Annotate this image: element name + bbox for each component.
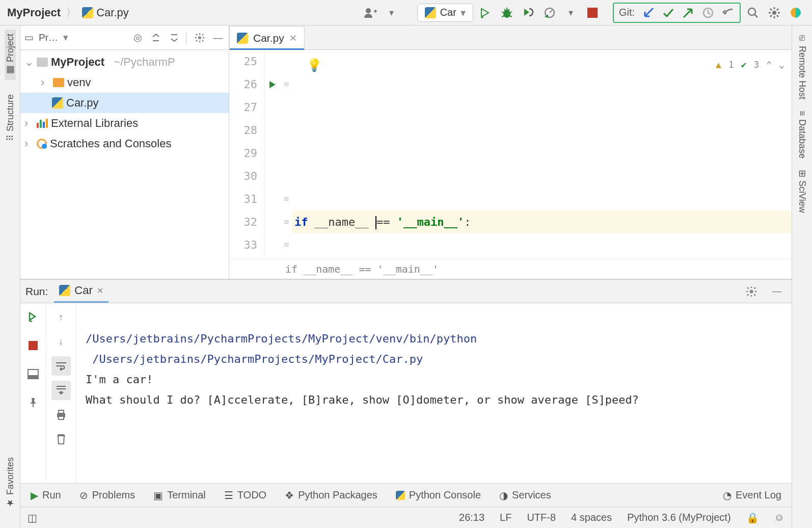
tree-file-car[interactable]: Car.py xyxy=(20,93,229,113)
layout-icon[interactable] xyxy=(23,364,43,384)
python-icon xyxy=(396,491,405,500)
run-button[interactable] xyxy=(476,4,495,22)
gear-icon[interactable] xyxy=(742,282,761,301)
tool-services[interactable]: ◑Services xyxy=(499,489,551,501)
rail-project[interactable]: ▦ Project xyxy=(5,30,16,80)
inspector-icon[interactable]: ☺ xyxy=(774,512,784,523)
run-line-icon[interactable] xyxy=(265,73,280,96)
tool-windows-icon[interactable]: ◫ xyxy=(28,512,37,524)
tool-todo[interactable]: ☰TODO xyxy=(224,489,266,501)
tool-console[interactable]: Python Console xyxy=(396,489,481,501)
chevron-right-icon[interactable]: › xyxy=(41,76,50,89)
soft-wrap-icon[interactable] xyxy=(51,356,71,376)
status-line-sep[interactable]: LF xyxy=(500,512,511,523)
git-update-icon[interactable] xyxy=(643,7,654,18)
tool-todo-label: TODO xyxy=(237,489,266,501)
lock-icon[interactable]: 🔒 xyxy=(746,512,759,524)
intention-bulb-icon[interactable]: 💡 xyxy=(307,54,322,77)
status-encoding[interactable]: UTF-8 xyxy=(527,512,556,523)
tool-run[interactable]: ▶Run xyxy=(31,489,61,501)
tree-venv-label: venv xyxy=(67,76,91,89)
rail-remote-host[interactable]: ⎚ Remote Host xyxy=(797,30,807,103)
fold-icon[interactable]: ⊟ xyxy=(280,210,292,233)
fold-icon[interactable]: ⊟ xyxy=(280,233,292,256)
editor-tab-car[interactable]: Car.py ✕ xyxy=(229,26,305,49)
pin-icon[interactable] xyxy=(23,393,43,412)
chevron-right-icon[interactable]: › xyxy=(24,137,34,150)
rail-structure[interactable]: ⠿ Structure xyxy=(5,90,16,145)
rail-favorites[interactable]: ★ Favorites xyxy=(5,453,16,513)
close-icon[interactable]: ✕ xyxy=(289,33,297,44)
rerun-icon[interactable] xyxy=(23,307,43,327)
status-caret-pos[interactable]: 26:13 xyxy=(459,512,484,523)
stop-button[interactable] xyxy=(583,4,602,22)
debug-button[interactable] xyxy=(498,4,516,22)
fold-icon[interactable]: ⊟ xyxy=(280,73,292,96)
svg-point-5 xyxy=(748,8,755,15)
minimize-icon[interactable]: — xyxy=(211,31,225,44)
token: : xyxy=(464,216,471,228)
inspection-markers[interactable]: ▲1 ✔3 ⌃ ⌄ xyxy=(716,53,784,76)
tree-scratches[interactable]: › Scratches and Consoles xyxy=(20,134,229,154)
token: '__main__' xyxy=(397,216,464,228)
tree-ext-libs[interactable]: › External Libraries xyxy=(20,113,229,134)
console-line: What should I do? [A]ccelerate, [B]rake,… xyxy=(86,393,639,406)
down-arrow-icon[interactable]: ↓ xyxy=(51,332,71,351)
chevron-down-icon[interactable]: ▾ xyxy=(63,32,68,43)
profile-button[interactable] xyxy=(540,4,559,22)
search-icon[interactable] xyxy=(744,4,762,22)
close-icon[interactable]: ✕ xyxy=(97,286,103,296)
chevron-down-icon[interactable]: ⌄ xyxy=(779,53,784,76)
status-interpreter[interactable]: Python 3.6 (MyProject) xyxy=(627,512,730,523)
tool-terminal[interactable]: ▣Terminal xyxy=(153,489,206,501)
code-area[interactable]: 💡 ▲1 ✔3 ⌃ ⌄ if __name__ == '__main__': m… xyxy=(292,50,792,258)
git-push-icon[interactable] xyxy=(683,7,694,18)
editor-breadcrumb[interactable]: if __name__ == '__main__' xyxy=(229,258,792,279)
project-title[interactable]: Pr… xyxy=(39,32,58,43)
chevron-up-icon[interactable]: ⌃ xyxy=(766,53,772,76)
tool-eventlog[interactable]: ◔Event Log xyxy=(723,489,781,501)
git-rollback-icon[interactable] xyxy=(722,7,735,18)
settings-icon[interactable] xyxy=(765,4,783,22)
fold-icon[interactable]: ⊟ xyxy=(280,188,292,210)
add-user-icon[interactable] xyxy=(361,4,380,22)
console-output[interactable]: /Users/jetbrains/PycharmProjects/MyProje… xyxy=(76,303,792,483)
tool-packages[interactable]: ❖Python Packages xyxy=(285,489,377,501)
rail-sciview[interactable]: ⊞ SciView xyxy=(797,166,808,217)
svg-point-8 xyxy=(750,289,753,293)
gear-icon[interactable] xyxy=(193,31,206,44)
scroll-to-end-icon[interactable] xyxy=(51,381,71,400)
stop-icon[interactable] xyxy=(23,336,43,355)
trash-icon[interactable] xyxy=(51,430,71,449)
libraries-icon xyxy=(37,119,48,128)
breadcrumb-file[interactable]: Car.py xyxy=(82,6,129,19)
collapse-all-icon[interactable] xyxy=(168,31,181,44)
chevron-right-icon[interactable]: › xyxy=(24,117,34,130)
print-icon[interactable] xyxy=(51,405,71,425)
tree-root[interactable]: ⌄ MyProject ~/PycharmP xyxy=(20,52,229,72)
right-tool-rail: ⎚ Remote Host ≡ Database ⊞ SciView xyxy=(792,25,812,528)
tool-problems[interactable]: ⊘Problems xyxy=(79,489,135,501)
chevron-down-icon[interactable]: ⌄ xyxy=(24,56,34,69)
editor-body[interactable]: 25 26 27 28 29 30 31 32 33 xyxy=(229,50,792,258)
svg-point-1 xyxy=(503,10,510,18)
tree-venv[interactable]: › venv xyxy=(20,72,229,93)
breadcrumb-project[interactable]: MyProject xyxy=(7,6,61,19)
status-indent[interactable]: 4 spaces xyxy=(571,512,612,523)
ide-logo-icon[interactable] xyxy=(787,4,805,22)
expand-all-icon[interactable] xyxy=(149,31,163,44)
chevron-down-icon[interactable]: ▾ xyxy=(562,4,580,22)
up-arrow-icon[interactable]: ↑ xyxy=(51,307,71,327)
breadcrumb-file-label: Car.py xyxy=(96,6,129,19)
git-commit-icon[interactable] xyxy=(662,8,674,18)
git-history-icon[interactable] xyxy=(702,7,714,19)
locate-icon[interactable]: ◎ xyxy=(131,31,144,44)
minimize-icon[interactable]: — xyxy=(767,282,787,301)
line-number: 30 xyxy=(229,165,257,188)
run-tab-car[interactable]: Car ✕ xyxy=(54,280,108,303)
chevron-down-icon[interactable]: ▾ xyxy=(383,4,401,22)
project-tree[interactable]: ⌄ MyProject ~/PycharmP › venv xyxy=(20,50,229,279)
run-coverage-button[interactable] xyxy=(519,4,537,22)
rail-database[interactable]: ≡ Database xyxy=(797,107,807,163)
run-configuration-selector[interactable]: Car ▾ xyxy=(417,4,473,22)
